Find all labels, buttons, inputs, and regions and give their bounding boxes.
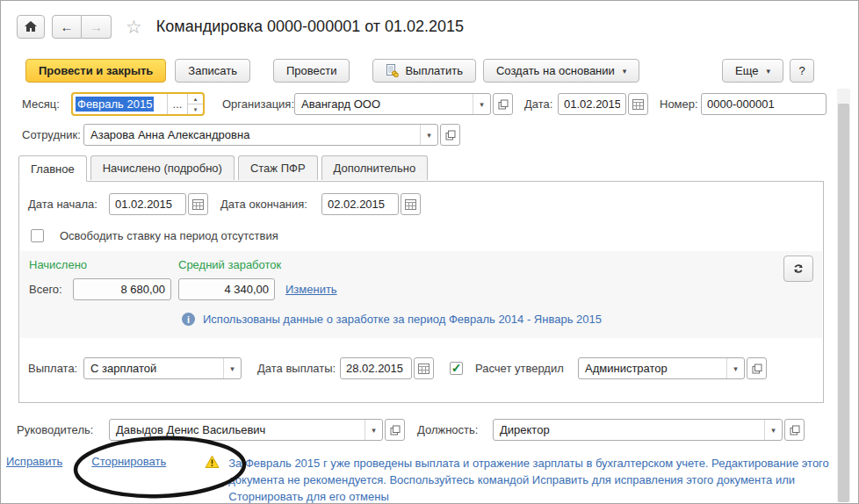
dropdown-arrow-icon[interactable] (223, 358, 241, 378)
end-date-label: Дата окончания: (220, 198, 311, 211)
tab-panel-main: Дата начала: Дата окончания: Освободить … (18, 181, 824, 403)
position-label: Должность: (417, 423, 486, 436)
payment-date-label: Дата выплаты: (257, 362, 335, 375)
doc-number-label: Номер: (660, 97, 701, 111)
totals-row: Всего: Изменить (29, 278, 813, 300)
forward-button[interactable] (82, 15, 112, 39)
end-date-calendar-button[interactable] (401, 193, 421, 215)
tab-pfr-experience[interactable]: Стаж ПФР (238, 155, 318, 180)
dropdown-arrow-icon[interactable] (726, 358, 744, 378)
pay-document-coins-icon (386, 64, 399, 77)
spin-up-icon[interactable] (188, 94, 203, 104)
payment-combo[interactable]: С зарплатой (83, 357, 242, 379)
dropdown-arrow-icon[interactable] (365, 420, 382, 440)
open-icon (498, 99, 509, 110)
reverse-link[interactable]: Сторнировать (91, 455, 166, 468)
document-window: Командировка 0000-000001 от 01.02.2015 П… (0, 0, 859, 504)
approver-combo[interactable]: Администратор (578, 357, 745, 379)
position-open-button[interactable] (784, 419, 805, 441)
create-based-on-button[interactable]: Создать на основании (483, 59, 639, 83)
open-icon (752, 364, 762, 374)
organization-combo[interactable]: Авангард ООО (294, 93, 491, 115)
dropdown-arrow-icon[interactable] (473, 94, 490, 114)
page-title: Командировка 0000-000001 от 01.02.2015 (156, 18, 464, 36)
chevron-down-icon (766, 67, 770, 76)
earnings-info-row: Использованы данные о заработке за перио… (182, 313, 813, 326)
manager-open-button[interactable] (385, 419, 405, 441)
manager-label: Руководитель: (17, 423, 105, 436)
avg-total-input[interactable] (178, 278, 275, 300)
calendar-icon (192, 199, 204, 210)
earnings-headers: Начислено Средний заработок (29, 258, 813, 271)
more-button[interactable]: Еще (722, 59, 783, 83)
tab-accrued-detail[interactable]: Начислено (подробно) (90, 155, 235, 180)
tab-main[interactable]: Главное (18, 155, 87, 182)
titlebar: Командировка 0000-000001 от 01.02.2015 (1, 1, 858, 40)
home-icon (25, 21, 37, 32)
end-date-input[interactable] (321, 193, 399, 215)
back-arrow-icon (61, 20, 74, 33)
forward-arrow-icon (90, 20, 103, 33)
accrued-total-input[interactable] (73, 278, 171, 300)
employee-open-button[interactable] (440, 124, 460, 146)
post-button[interactable]: Провести (273, 59, 350, 83)
header-fields-row: Месяц: Февраль 2015 ... Организация: Ава… (1, 92, 858, 116)
write-button[interactable]: Записать (175, 59, 250, 83)
month-picker-button[interactable]: ... (167, 94, 187, 114)
change-link[interactable]: Изменить (285, 283, 337, 296)
approved-label: Расчет утвердил (475, 362, 559, 375)
vertical-scrollbar[interactable] (837, 89, 850, 502)
help-button[interactable]: ? (790, 59, 814, 83)
doc-date-calendar-button[interactable] (628, 93, 648, 115)
history-nav (52, 15, 112, 39)
pay-button[interactable]: Выплатить (372, 59, 476, 83)
doc-date-input[interactable] (558, 93, 626, 115)
tab-bar: Главное Начислено (подробно) Стаж ПФР До… (18, 155, 858, 182)
start-date-calendar-button[interactable] (188, 193, 208, 215)
correct-link[interactable]: Исправить (6, 455, 62, 468)
employee-combo[interactable]: Азарова Анна Александровна (83, 124, 438, 146)
organization-open-button[interactable] (493, 93, 513, 115)
manager-combo[interactable]: Давыдов Денис Васильевич (109, 419, 383, 441)
back-button[interactable] (52, 15, 82, 39)
recalculate-button[interactable] (783, 256, 813, 282)
free-rate-label: Освободить ставку на период отсутствия (60, 229, 278, 242)
doc-number-input[interactable] (701, 93, 827, 115)
approver-open-button[interactable] (747, 357, 767, 379)
free-rate-checkbox[interactable] (31, 229, 44, 242)
home-button[interactable] (17, 15, 45, 39)
approved-checkbox[interactable] (450, 362, 463, 375)
earnings-section: Начислено Средний заработок Всего: Изм (20, 251, 822, 338)
earnings-info-text: Использованы данные о заработке за перио… (203, 313, 602, 326)
position-combo[interactable]: Директор (493, 419, 783, 441)
open-icon (390, 425, 401, 436)
organization-label: Организация: (222, 97, 294, 111)
start-date-input[interactable] (109, 193, 186, 215)
info-icon (182, 313, 195, 326)
toolbar: Провести и закрыть Записать Провести Вып… (1, 59, 858, 83)
month-field[interactable]: Февраль 2015 ... (71, 92, 205, 116)
month-value-selected: Февраль 2015 (76, 97, 154, 112)
spin-down-icon[interactable] (188, 104, 203, 114)
total-label: Всего: (29, 283, 73, 296)
month-label: Месяц: (22, 97, 71, 111)
dropdown-arrow-icon[interactable] (764, 420, 782, 440)
open-icon (445, 130, 456, 140)
refresh-icon (792, 263, 805, 275)
employee-row: Сотрудник: Азарова Анна Александровна (1, 124, 858, 146)
open-icon (790, 425, 800, 436)
payment-row: Выплата: С зарплатой Дата выплаты: Расче… (28, 357, 823, 379)
footer-actions-row: Исправить Сторнировать За Февраль 2015 г… (1, 455, 858, 504)
favorite-star-icon[interactable] (126, 18, 142, 36)
month-spinner (187, 94, 203, 114)
employee-label: Сотрудник: (22, 128, 83, 141)
tab-additional[interactable]: Дополнительно (321, 155, 429, 180)
chevron-down-icon (623, 67, 627, 76)
payment-date-input[interactable] (340, 357, 412, 379)
post-and-close-button[interactable]: Провести и закрыть (25, 59, 166, 83)
accrued-header: Начислено (29, 258, 178, 271)
dropdown-arrow-icon[interactable] (420, 125, 437, 145)
manager-row: Руководитель: Давыдов Денис Васильевич Д… (1, 419, 858, 441)
payment-label: Выплата: (28, 362, 76, 375)
payment-date-calendar-button[interactable] (414, 357, 434, 379)
